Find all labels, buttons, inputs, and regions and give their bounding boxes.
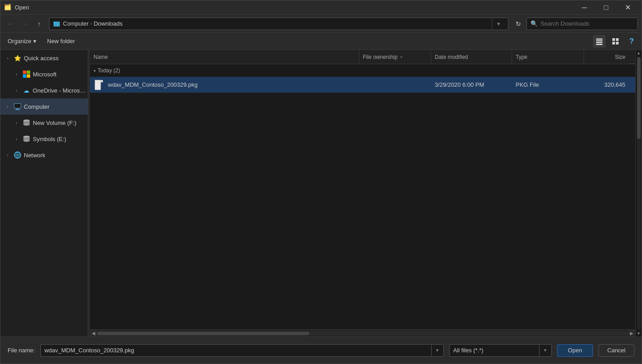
address-part-2[interactable]: Downloads [94, 20, 122, 27]
dialog-icon: 🗂️ [4, 4, 12, 12]
help-button[interactable]: ? [625, 35, 638, 48]
h-scroll-left-button[interactable]: ◀ [90, 330, 97, 337]
file-type-wrapper: All files (*.*) ▾ [449, 344, 552, 357]
col-size-header[interactable]: Size [584, 50, 629, 64]
col-date-header[interactable]: Date modified [431, 50, 512, 64]
address-chevron: › [90, 21, 92, 26]
sidebar-item-new-volume[interactable]: › New Volume (F:) [0, 115, 88, 131]
svg-rect-32 [101, 80, 103, 82]
svg-rect-17 [15, 110, 20, 110]
file-type-value: All files (*.*) [453, 347, 483, 354]
h-scroll-thumb [97, 332, 309, 335]
open-dialog: 🗂️ Open ─ □ ✕ ← → ↑ Computer › Downloads [0, 0, 642, 364]
file-type-cell: PKG File [512, 81, 584, 88]
col-type-header[interactable]: Type [512, 50, 584, 64]
new-volume-label: New Volume (F:) [33, 120, 76, 126]
microsoft-expand-icon: › [13, 71, 20, 78]
v-scroll-down-button[interactable]: ▼ [636, 330, 642, 337]
address-bar-icon [53, 20, 60, 27]
v-scroll-up-button[interactable]: ▲ [636, 50, 642, 56]
svg-rect-5 [596, 44, 602, 45]
horizontal-scrollbar: ◀ ▶ [90, 329, 635, 337]
network-label: Network [24, 152, 45, 159]
organize-chevron: ▾ [33, 38, 36, 44]
view-details-button[interactable] [593, 35, 606, 48]
symbols-label: Symbols (E:) [33, 136, 66, 142]
svg-point-24 [23, 136, 30, 138]
v-scroll-track[interactable] [637, 57, 641, 329]
search-icon: 🔍 [531, 20, 538, 27]
cancel-button[interactable]: Cancel [598, 344, 634, 357]
sidebar-item-quick-access[interactable]: › ⭐ Quick access [0, 50, 88, 66]
svg-point-20 [23, 120, 30, 121]
bottom-bar: File name: ▾ All files (*.*) ▾ Open Canc… [0, 337, 642, 364]
file-type-dropdown[interactable]: All files (*.*) [449, 344, 539, 357]
address-dropdown-button[interactable]: ▾ [492, 18, 504, 30]
h-scroll-right-button[interactable]: ▶ [628, 330, 635, 337]
file-name-input-wrapper: ▾ [40, 344, 444, 357]
sidebar-item-onedrive[interactable]: › ☁ OneDrive - Microsoft [0, 82, 88, 98]
symbols-icon [22, 134, 31, 143]
onedrive-label: OneDrive - Microsoft [33, 87, 86, 94]
file-name-label: File name: [8, 347, 35, 354]
col-name-header[interactable]: Name [90, 50, 359, 64]
v-scroll-thumb [637, 57, 641, 139]
file-type-dropdown-arrow[interactable]: ▾ [539, 344, 552, 357]
file-area: Name File ownership Date modified Type S… [90, 50, 635, 337]
table-row[interactable]: wdav_MDM_Contoso_200329.pkg 3/29/2020 6:… [90, 77, 635, 93]
search-input[interactable] [540, 20, 634, 27]
svg-rect-2 [596, 39, 602, 40]
symbols-expand-icon: › [13, 135, 20, 142]
svg-rect-4 [596, 42, 602, 43]
svg-rect-3 [596, 40, 602, 41]
back-button[interactable]: ← [4, 18, 17, 30]
search-box: 🔍 [526, 18, 638, 30]
svg-rect-9 [616, 42, 619, 44]
nav-bar: ← → ↑ Computer › Downloads ▾ ↻ 🔍 [0, 15, 642, 33]
maximize-button[interactable]: □ [596, 0, 616, 15]
svg-rect-12 [23, 75, 27, 78]
computer-expand-icon: › [4, 103, 11, 110]
file-name-dropdown-button[interactable]: ▾ [431, 344, 444, 357]
up-button[interactable]: ↑ [33, 18, 45, 30]
forward-button[interactable]: → [18, 18, 31, 30]
file-list: ▾ Today (2) wdav_MDM_Contoso_200329.pkg [90, 64, 635, 329]
minimize-button[interactable]: ─ [574, 0, 595, 15]
pkg-file-icon [94, 80, 104, 90]
view-tiles-button[interactable] [609, 35, 622, 48]
quick-access-label: Quick access [24, 55, 58, 62]
address-part-1[interactable]: Computer [63, 20, 89, 27]
dialog-title: Open [15, 4, 574, 11]
refresh-button[interactable]: ↻ [512, 18, 525, 30]
new-volume-expand-icon: › [13, 119, 20, 126]
quick-access-expand-icon: › [4, 54, 11, 62]
svg-rect-1 [54, 22, 56, 23]
organize-button[interactable]: Organize ▾ [4, 35, 40, 48]
svg-rect-11 [27, 71, 31, 74]
title-bar: 🗂️ Open ─ □ ✕ [0, 0, 642, 15]
h-scroll-track[interactable] [97, 332, 628, 335]
sidebar: › ⭐ Quick access › Microsoft › ☁ OneDriv… [0, 50, 88, 337]
file-row-name-cell: wdav_MDM_Contoso_200329.pkg [90, 80, 359, 90]
new-volume-icon [22, 118, 31, 127]
sidebar-item-symbols[interactable]: › Symbols (E:) [0, 131, 88, 147]
sidebar-item-network[interactable]: › Network [0, 147, 88, 163]
network-icon [13, 151, 22, 160]
sidebar-item-microsoft[interactable]: › Microsoft [0, 66, 88, 82]
svg-rect-7 [616, 38, 619, 41]
view-tiles-icon [612, 38, 619, 45]
group-today-header[interactable]: ▾ Today (2) [90, 64, 635, 77]
close-button[interactable]: ✕ [617, 0, 638, 15]
sidebar-item-computer[interactable]: › Computer [0, 98, 88, 115]
quick-access-icon: ⭐ [13, 53, 22, 62]
col-ownership-header[interactable]: File ownership [359, 50, 431, 64]
svg-rect-30 [95, 80, 101, 90]
new-folder-button[interactable]: New folder [44, 35, 79, 48]
open-button[interactable]: Open [557, 344, 593, 357]
svg-rect-15 [14, 104, 21, 108]
group-expand-icon: ▾ [94, 68, 96, 73]
file-name-input[interactable] [40, 344, 431, 357]
file-name: wdav_MDM_Contoso_200329.pkg [108, 81, 197, 88]
file-size-cell: 320,645 [584, 81, 629, 88]
svg-rect-16 [16, 109, 19, 110]
